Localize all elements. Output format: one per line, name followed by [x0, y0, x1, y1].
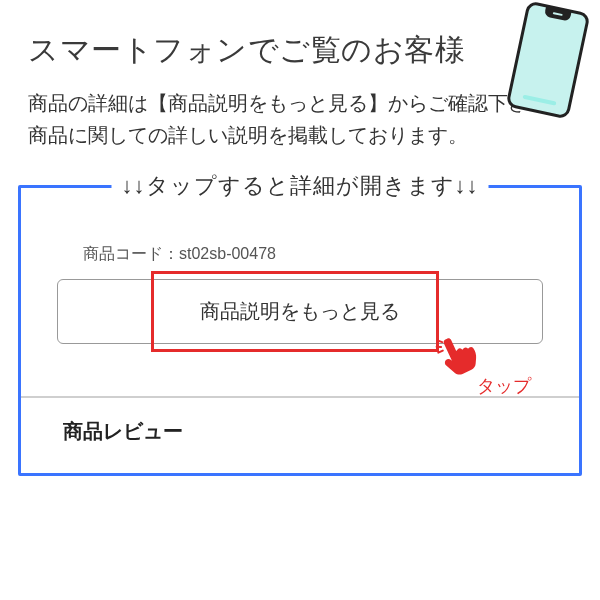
show-more-button-label: 商品説明をもっと見る: [200, 300, 400, 322]
more-button-wrap: 商品説明をもっと見る: [57, 279, 543, 344]
lead-line-1: 商品の詳細は【商品説明をもっと見る】からご確認下さい。: [28, 87, 572, 119]
review-heading: 商品レビュー: [63, 418, 543, 445]
instruction-box: ↓↓タップすると詳細が開きます↓↓ 商品コード：st02sb-00478 商品説…: [18, 185, 582, 476]
product-code: 商品コード：st02sb-00478: [83, 244, 543, 265]
instruction-legend: ↓↓タップすると詳細が開きます↓↓: [112, 171, 489, 201]
instruction-section: ↓↓タップすると詳細が開きます↓↓ 商品コード：st02sb-00478 商品説…: [18, 185, 582, 476]
lead-line-2: 商品に関しての詳しい説明を掲載しております。: [28, 119, 572, 151]
page-title: スマートフォンでご覧のお客様: [28, 30, 572, 71]
show-more-button[interactable]: 商品説明をもっと見る: [57, 279, 543, 344]
product-code-label: 商品コード：: [83, 245, 179, 262]
product-code-value: st02sb-00478: [179, 245, 276, 262]
tap-label: タップ: [477, 374, 531, 398]
header: スマートフォンでご覧のお客様: [0, 0, 600, 71]
